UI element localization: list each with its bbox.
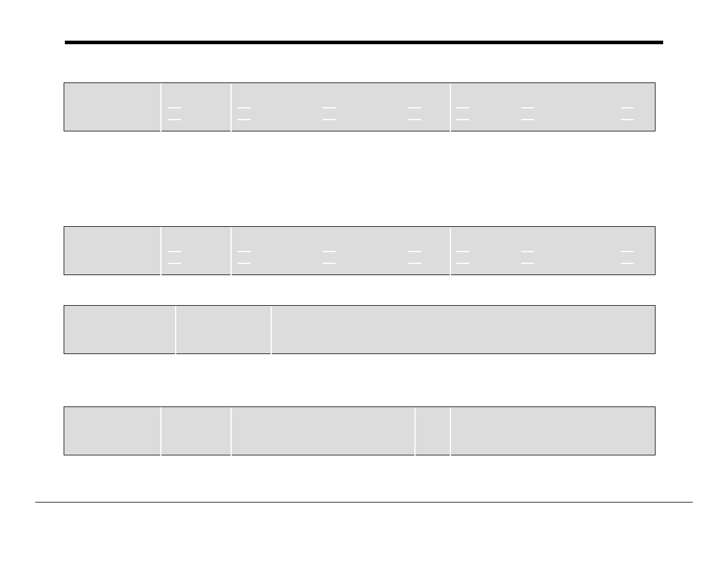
separator <box>621 119 634 120</box>
separator <box>450 84 451 132</box>
separator <box>409 251 421 252</box>
separator <box>521 119 534 120</box>
separator <box>450 408 451 456</box>
separator <box>414 408 416 456</box>
separator <box>168 251 181 252</box>
separator <box>168 119 181 120</box>
separator <box>322 251 335 252</box>
separator <box>230 408 232 456</box>
separator <box>160 407 162 456</box>
separator <box>238 119 251 120</box>
separator <box>322 107 335 108</box>
separator <box>168 263 181 264</box>
separator <box>322 119 335 120</box>
block-1 <box>64 82 655 131</box>
separator <box>322 263 335 264</box>
bottom-rule <box>35 502 693 503</box>
separator <box>175 306 176 355</box>
separator <box>271 306 272 355</box>
separator <box>456 107 469 108</box>
separator <box>230 227 232 276</box>
separator <box>409 107 421 108</box>
separator <box>521 251 534 252</box>
separator <box>238 251 251 252</box>
separator <box>621 263 634 264</box>
separator <box>230 84 232 132</box>
separator <box>160 227 162 276</box>
separator <box>160 83 162 132</box>
separator <box>456 263 469 264</box>
separator <box>621 251 634 252</box>
separator <box>456 251 469 252</box>
separator <box>456 119 469 120</box>
page <box>0 0 728 562</box>
separator <box>238 263 251 264</box>
separator <box>521 263 534 264</box>
separator <box>238 107 251 108</box>
top-rule <box>65 41 663 44</box>
separator <box>521 107 534 108</box>
separator <box>621 107 634 108</box>
separator <box>168 107 181 108</box>
block-3 <box>64 305 655 354</box>
separator <box>409 263 421 264</box>
separator <box>450 227 451 276</box>
separator <box>409 119 421 120</box>
block-2 <box>64 226 655 275</box>
block-4 <box>64 406 655 455</box>
